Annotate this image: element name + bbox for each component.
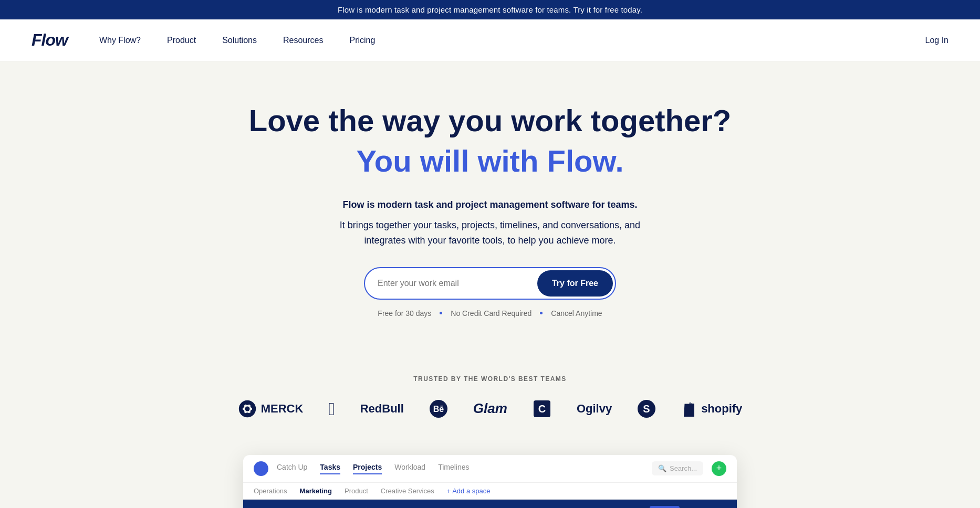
behance-icon: Bē [429, 399, 448, 418]
svg-text:S: S [643, 403, 650, 415]
ogilvy-logo: Ogilvy [577, 402, 612, 416]
announcement-banner: Flow is modern task and project manageme… [0, 0, 980, 19]
svg-point-8 [241, 404, 244, 408]
subtab-marketing[interactable]: Marketing [300, 487, 332, 495]
svg-point-7 [241, 410, 244, 414]
try-for-free-button[interactable]: Try for Free [537, 270, 613, 297]
dot-separator-1 [440, 312, 442, 314]
email-input[interactable] [365, 270, 535, 297]
svg-point-2 [245, 406, 249, 411]
merck-icon [238, 399, 257, 418]
app-subtabs: Operations Marketing Product Creative Se… [243, 483, 737, 500]
tab-catchup[interactable]: Catch Up [277, 463, 307, 474]
back-arrow-icon[interactable]: ← [254, 506, 263, 508]
nav-solutions[interactable]: Solutions [222, 36, 257, 45]
shopify-logo: shopify [681, 400, 742, 418]
dot-separator-2 [540, 312, 543, 314]
hero-title-line1: Love the way you work together? [11, 103, 969, 139]
carhartt-icon: C [533, 399, 551, 418]
project-bar-right: Tasks Schedule ··· [650, 506, 726, 508]
apple-logo:  [328, 400, 335, 418]
search-icon: 🔍 [658, 464, 666, 472]
nav-resources[interactable]: Resources [283, 36, 323, 45]
svg-text:Bē: Bē [433, 405, 444, 414]
app-project-bar: ← Mobile App 2.0 Launch ☆ 🔒 Tasks Schedu… [243, 500, 737, 508]
app-preview-section: Catch Up Tasks Projects Workload Timelin… [0, 434, 980, 508]
merck-label: MERCK [261, 402, 304, 416]
hero-subtitle-bold: Flow is modern task and project manageme… [322, 197, 658, 213]
tab-projects[interactable]: Projects [353, 463, 382, 474]
brand-logos: MERCK  RedBull Bē Glam C [11, 399, 969, 418]
app-search[interactable]: 🔍 Search... [652, 461, 703, 475]
email-form: Try for Free [11, 267, 969, 300]
tasks-view-button[interactable]: Tasks [650, 506, 680, 508]
glam-label: Glam [473, 400, 507, 417]
behance-logo: Bē [429, 399, 448, 418]
app-topbar: Catch Up Tasks Projects Workload Timelin… [243, 455, 737, 483]
project-bar-left: ← Mobile App 2.0 Launch ☆ 🔒 [254, 506, 370, 508]
hero-title-line2: You will with Flow. [11, 144, 969, 179]
subtab-operations[interactable]: Operations [254, 487, 287, 495]
shopify-bag-icon [681, 400, 697, 418]
shopify-label: shopify [701, 402, 742, 416]
logo[interactable]: Flow [32, 30, 68, 50]
app-tabs: Catch Up Tasks Projects Workload Timelin… [277, 463, 643, 474]
carhartt-logo: C [533, 399, 551, 418]
fine-print: Free for 30 days No Credit Card Required… [11, 309, 969, 318]
subtab-add-space[interactable]: + Add a space [447, 487, 491, 495]
trusted-label: TRUSTED BY THE WORLD'S BEST TEAMS [11, 375, 969, 383]
banner-text: Flow is modern task and project manageme… [338, 5, 642, 14]
svg-point-6 [245, 412, 249, 416]
sketch-logo: S [637, 399, 656, 418]
ogilvy-label: Ogilvy [577, 402, 612, 416]
fine-print-card: No Credit Card Required [451, 309, 531, 318]
sketch-icon: S [637, 399, 656, 418]
add-button[interactable]: + [712, 461, 726, 476]
tab-tasks[interactable]: Tasks [320, 463, 340, 474]
tab-timelines[interactable]: Timelines [438, 463, 469, 474]
nav-product[interactable]: Product [167, 36, 196, 45]
svg-text:C: C [538, 403, 546, 415]
tab-workload[interactable]: Workload [394, 463, 425, 474]
apple-icon:  [328, 400, 335, 418]
app-window: Catch Up Tasks Projects Workload Timelin… [243, 455, 737, 508]
hero-section: Love the way you work together? You will… [0, 61, 980, 349]
search-placeholder: Search... [670, 464, 697, 472]
svg-point-4 [250, 404, 254, 408]
email-input-wrapper: Try for Free [364, 267, 616, 300]
trusted-section: TRUSTED BY THE WORLD'S BEST TEAMS MERCK … [0, 349, 980, 434]
more-options-button[interactable]: ··· [718, 506, 726, 508]
glam-logo: Glam [473, 400, 507, 417]
subtab-product[interactable]: Product [345, 487, 368, 495]
redbull-label: RedBull [360, 402, 404, 416]
fine-print-cancel: Cancel Anytime [551, 309, 602, 318]
svg-point-5 [250, 410, 254, 414]
nav-pricing[interactable]: Pricing [349, 36, 375, 45]
svg-point-3 [245, 401, 249, 405]
app-avatar [254, 461, 268, 476]
hero-description: It brings together your tasks, projects,… [322, 218, 658, 248]
nav-why-flow[interactable]: Why Flow? [99, 36, 141, 45]
login-link[interactable]: Log In [925, 36, 948, 45]
navbar: Flow Why Flow? Product Solutions Resourc… [0, 19, 980, 61]
merck-logo: MERCK [238, 399, 304, 418]
nav-links: Why Flow? Product Solutions Resources Pr… [99, 36, 925, 45]
fine-print-days: Free for 30 days [378, 309, 431, 318]
subtab-creative[interactable]: Creative Services [381, 487, 434, 495]
redbull-logo: RedBull [360, 402, 404, 416]
